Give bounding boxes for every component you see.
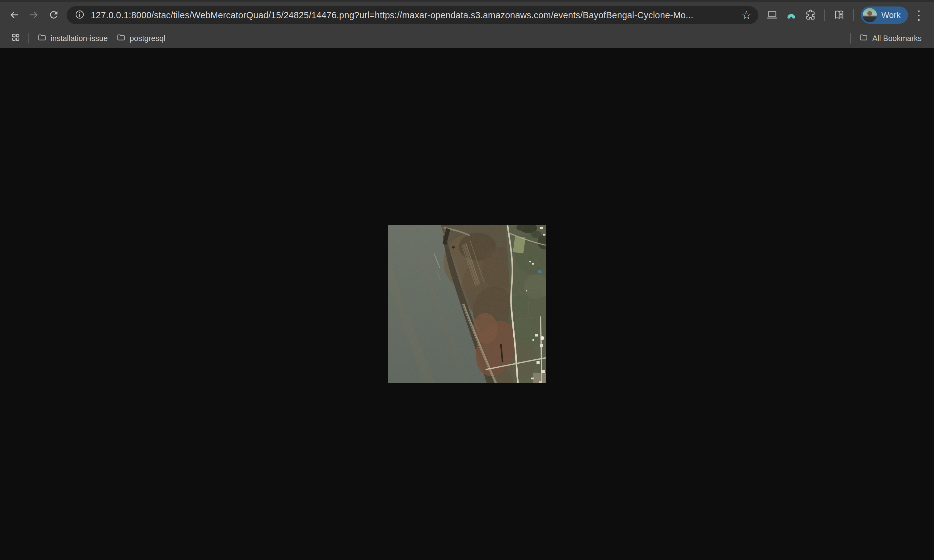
toolbar-separator bbox=[825, 9, 825, 21]
bookmarks-separator bbox=[28, 33, 29, 43]
bookmark-label: installation-issue bbox=[51, 34, 108, 43]
reading-list-button[interactable] bbox=[829, 6, 849, 25]
browser-window: 127.0.0.1:8000/stac/tiles/WebMercatorQua… bbox=[0, 0, 934, 560]
toolbar-separator bbox=[853, 9, 854, 21]
profile-name: Work bbox=[881, 11, 901, 20]
extensions-puzzle-icon bbox=[805, 9, 816, 22]
bookmark-folder-installation-issue[interactable]: installation-issue bbox=[33, 30, 112, 46]
device-laptop-button[interactable] bbox=[763, 6, 782, 25]
bookmarks-separator bbox=[850, 33, 851, 43]
forward-icon bbox=[28, 9, 40, 21]
url-text[interactable]: 127.0.0.1:8000/stac/tiles/WebMercatorQua… bbox=[91, 10, 736, 20]
bookmark-star-button[interactable]: ☆ bbox=[740, 9, 752, 21]
teal-cloud-icon bbox=[785, 9, 797, 22]
grid-icon bbox=[11, 33, 20, 44]
info-icon bbox=[75, 9, 85, 21]
bookmarks-right: All Bookmarks bbox=[846, 30, 926, 46]
bookmarks-bar: installation-issue postgresql bbox=[0, 28, 934, 48]
bookmark-label: postgresql bbox=[130, 34, 165, 43]
toolbar: 127.0.0.1:8000/stac/tiles/WebMercatorQua… bbox=[0, 2, 934, 28]
all-bookmarks-label: All Bookmarks bbox=[872, 34, 922, 43]
folder-icon bbox=[116, 33, 126, 44]
profile-chip[interactable]: Work bbox=[861, 6, 908, 24]
site-info-button[interactable] bbox=[73, 8, 86, 22]
more-menu-button[interactable]: ⋮ bbox=[911, 7, 927, 23]
back-button[interactable] bbox=[4, 5, 24, 25]
back-icon bbox=[9, 9, 20, 21]
page-content bbox=[0, 48, 934, 560]
browser-chrome: 127.0.0.1:8000/stac/tiles/WebMercatorQua… bbox=[0, 2, 934, 48]
laptop-icon bbox=[766, 9, 778, 22]
apps-grid-button[interactable] bbox=[7, 30, 25, 46]
extensions-button[interactable] bbox=[801, 6, 820, 25]
all-bookmarks-button[interactable]: All Bookmarks bbox=[855, 30, 926, 46]
avatar bbox=[863, 8, 877, 22]
folder-icon bbox=[37, 33, 47, 44]
omnibox[interactable]: 127.0.0.1:8000/stac/tiles/WebMercatorQua… bbox=[67, 6, 758, 24]
teal-extension-button[interactable] bbox=[782, 6, 801, 25]
reading-list-book-icon bbox=[833, 9, 845, 22]
folder-icon bbox=[859, 33, 868, 44]
reload-icon bbox=[48, 9, 59, 21]
reload-button[interactable] bbox=[44, 5, 64, 25]
forward-button[interactable] bbox=[24, 5, 44, 25]
satellite-tile-image bbox=[388, 225, 546, 383]
bookmarks-left: installation-issue postgresql bbox=[7, 30, 846, 46]
bookmark-folder-postgresql[interactable]: postgresql bbox=[112, 30, 170, 46]
